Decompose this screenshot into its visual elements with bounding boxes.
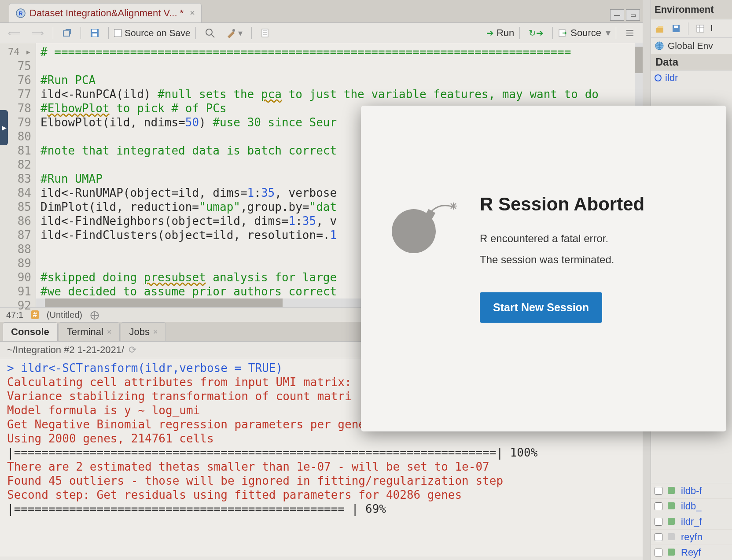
- rdata-file-icon: [667, 486, 677, 496]
- r-file-icon: R: [15, 8, 26, 18]
- svg-rect-24: [668, 487, 675, 494]
- file-tab-bar: R Dataset Integration&Alignment V... * ×…: [0, 0, 643, 23]
- globe-icon: [655, 41, 664, 51]
- source-on-save-checkbox[interactable]: [114, 29, 122, 37]
- code-tools-icon[interactable]: ▾: [222, 26, 246, 41]
- svg-rect-5: [92, 33, 97, 37]
- file-checkbox[interactable]: [655, 533, 662, 541]
- env-tab-bar: Environment: [651, 0, 732, 19]
- rdata-file-icon: [667, 548, 677, 557]
- compile-report-icon[interactable]: [257, 26, 274, 41]
- terminal-tab[interactable]: Terminal×: [59, 322, 120, 341]
- session-aborted-dialog: R Session Aborted R encountered a fatal …: [361, 106, 726, 431]
- svg-text:R: R: [18, 10, 23, 17]
- svg-rect-27: [668, 533, 675, 540]
- close-tab-icon[interactable]: ×: [190, 8, 195, 18]
- file-checkbox[interactable]: [655, 487, 662, 495]
- svg-rect-19: [674, 26, 678, 28]
- line-gutter: 74 ▸757677787980818283848586878889909192: [0, 43, 36, 307]
- file-row[interactable]: ildr_f: [651, 514, 732, 529]
- svg-line-7: [211, 34, 214, 37]
- svg-rect-26: [668, 518, 675, 525]
- section-menu-icon[interactable]: ⨁: [90, 309, 99, 320]
- env-toolbar: I: [651, 19, 732, 38]
- source-on-save-toggle[interactable]: Source on Save: [114, 28, 190, 38]
- dialog-line-1: R encountered a fatal error.: [480, 232, 700, 245]
- console-tab[interactable]: Console: [3, 322, 58, 341]
- file-row[interactable]: ildb_: [651, 498, 732, 514]
- data-section-header: Data: [651, 54, 732, 70]
- rdata-file-icon: [667, 532, 677, 542]
- environment-scope[interactable]: Global Env: [651, 38, 732, 54]
- file-row[interactable]: ildb-f: [651, 483, 732, 498]
- dialog-line-2: The session was terminated.: [480, 254, 700, 266]
- maximize-pane-icon[interactable]: ▭: [626, 9, 640, 21]
- back-icon[interactable]: ⟸: [4, 26, 24, 41]
- svg-rect-2: [63, 31, 70, 36]
- environment-tab[interactable]: Environment: [655, 4, 714, 15]
- svg-rect-9: [262, 29, 268, 37]
- close-icon[interactable]: ×: [107, 328, 112, 337]
- svg-rect-28: [668, 549, 675, 556]
- close-icon[interactable]: ×: [153, 328, 158, 337]
- svg-point-6: [206, 29, 212, 35]
- file-tab-title: Dataset Integration&Alignment V... *: [29, 7, 184, 19]
- rdata-file-icon: [667, 501, 677, 511]
- file-row[interactable]: Reyf: [651, 545, 732, 560]
- file-tab[interactable]: R Dataset Integration&Alignment V... * ×: [9, 3, 202, 22]
- rerun-icon[interactable]: ↻➔: [525, 26, 547, 41]
- file-checkbox[interactable]: [655, 549, 662, 556]
- find-icon[interactable]: [201, 26, 219, 41]
- bomb-icon: [387, 194, 458, 257]
- svg-rect-25: [668, 502, 675, 509]
- svg-rect-4: [92, 29, 97, 32]
- load-workspace-icon[interactable]: [655, 23, 666, 34]
- source-toolbar: ⟸ ⟹ Source on Save ▾ ➔ Run: [0, 23, 643, 43]
- dialog-title: R Session Aborted: [480, 194, 700, 215]
- save-icon[interactable]: [86, 26, 103, 41]
- rdata-file-icon: [667, 517, 677, 527]
- import-dataset-icon[interactable]: [695, 23, 706, 34]
- svg-point-8: [232, 29, 235, 32]
- function-badge-icon: #: [31, 310, 39, 319]
- save-workspace-icon[interactable]: [670, 23, 682, 34]
- pane-grip[interactable]: ▶: [0, 110, 8, 145]
- env-object[interactable]: ildr: [651, 70, 732, 85]
- svg-rect-20: [697, 25, 704, 32]
- jobs-tab[interactable]: Jobs×: [121, 322, 166, 341]
- start-new-session-button[interactable]: Start New Session: [480, 292, 602, 323]
- path-menu-icon[interactable]: ⟳: [129, 344, 136, 356]
- file-checkbox[interactable]: [655, 502, 662, 510]
- file-row[interactable]: reyfn: [651, 529, 732, 545]
- section-label[interactable]: (Untitled): [47, 310, 82, 320]
- outline-icon[interactable]: [622, 26, 638, 41]
- source-button[interactable]: Source ▾: [558, 27, 611, 39]
- minimize-pane-icon[interactable]: —: [610, 9, 624, 21]
- svg-rect-17: [656, 28, 663, 33]
- show-in-new-window-icon[interactable]: [59, 26, 75, 41]
- file-checkbox[interactable]: [655, 518, 662, 526]
- run-button[interactable]: ➔ Run: [486, 27, 514, 39]
- forward-icon[interactable]: ⟹: [28, 26, 48, 41]
